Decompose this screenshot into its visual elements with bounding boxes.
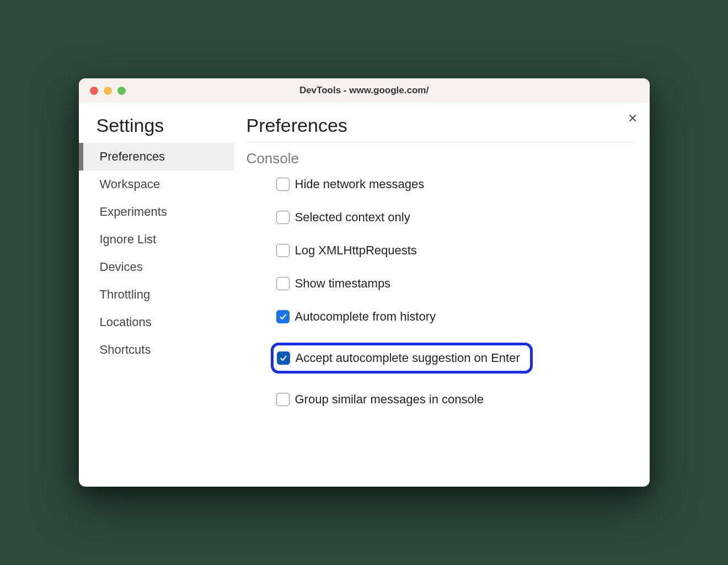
option-log-xmlhttprequests[interactable]: Log XMLHttpRequests	[276, 243, 417, 258]
sidebar-item-label: Workspace	[100, 177, 160, 191]
main-panel: Preferences Console Hide network message…	[234, 115, 650, 487]
option-label: Hide network messages	[295, 177, 425, 191]
option-label: Accept autocomplete suggestion on Enter	[296, 351, 520, 365]
sidebar-item-experiments[interactable]: Experiments	[79, 198, 234, 226]
option-show-timestamps[interactable]: Show timestamps	[276, 276, 391, 291]
sidebar-item-workspace[interactable]: Workspace	[79, 170, 234, 198]
page-title: Preferences	[247, 115, 633, 142]
sidebar: Settings PreferencesWorkspaceExperiments…	[79, 115, 234, 487]
sidebar-item-locations[interactable]: Locations	[79, 308, 234, 336]
close-window-button[interactable]	[90, 87, 98, 95]
sidebar-item-label: Devices	[100, 260, 143, 274]
settings-content: Settings PreferencesWorkspaceExperiments…	[79, 103, 650, 487]
sidebar-item-label: Throttling	[100, 287, 151, 301]
option-selected-context-only[interactable]: Selected context only	[276, 210, 410, 225]
close-icon[interactable]: ✕	[628, 113, 638, 125]
option-label: Selected context only	[295, 210, 410, 225]
sidebar-title: Settings	[79, 115, 234, 143]
sidebar-item-devices[interactable]: Devices	[79, 253, 234, 281]
zoom-window-button[interactable]	[117, 87, 126, 95]
sidebar-item-ignore-list[interactable]: Ignore List	[79, 226, 234, 253]
option-label: Autocomplete from history	[295, 310, 436, 324]
sidebar-item-label: Experiments	[100, 205, 167, 218]
options-group: Hide network messagesSelected context on…	[247, 177, 633, 407]
option-accept-autocomplete-suggestion-on-enter[interactable]: Accept autocomplete suggestion on Enter	[271, 343, 533, 374]
traffic-lights	[79, 87, 126, 95]
checkbox-icon[interactable]	[276, 310, 290, 323]
sidebar-item-preferences[interactable]: Preferences	[79, 143, 234, 170]
option-group-similar-messages-in-console[interactable]: Group similar messages in console	[276, 392, 484, 407]
devtools-settings-window: DevTools - www.google.com/ ✕ Settings Pr…	[79, 78, 650, 487]
option-label: Group similar messages in console	[295, 392, 484, 407]
sidebar-item-throttling[interactable]: Throttling	[79, 281, 234, 308]
titlebar: DevTools - www.google.com/	[79, 78, 650, 103]
window-title: DevTools - www.google.com/	[79, 85, 650, 96]
checkbox-icon[interactable]	[276, 178, 290, 191]
checkbox-icon[interactable]	[276, 211, 290, 224]
checkbox-icon[interactable]	[276, 393, 290, 406]
minimize-window-button[interactable]	[104, 87, 112, 95]
sidebar-item-shortcuts[interactable]: Shortcuts	[79, 336, 234, 364]
sidebar-item-label: Shortcuts	[100, 343, 151, 356]
option-hide-network-messages[interactable]: Hide network messages	[276, 177, 425, 191]
settings-body: ✕ Settings PreferencesWorkspaceExperimen…	[79, 103, 650, 487]
checkbox-icon[interactable]	[277, 351, 290, 365]
option-autocomplete-from-history[interactable]: Autocomplete from history	[276, 310, 436, 324]
checkbox-icon[interactable]	[276, 277, 290, 290]
section-title: Console	[247, 142, 633, 177]
sidebar-item-label: Preferences	[100, 150, 165, 163]
option-label: Show timestamps	[295, 276, 391, 291]
sidebar-item-label: Locations	[100, 315, 152, 329]
option-label: Log XMLHttpRequests	[295, 243, 417, 258]
sidebar-item-label: Ignore List	[100, 232, 157, 246]
checkbox-icon[interactable]	[276, 244, 290, 257]
